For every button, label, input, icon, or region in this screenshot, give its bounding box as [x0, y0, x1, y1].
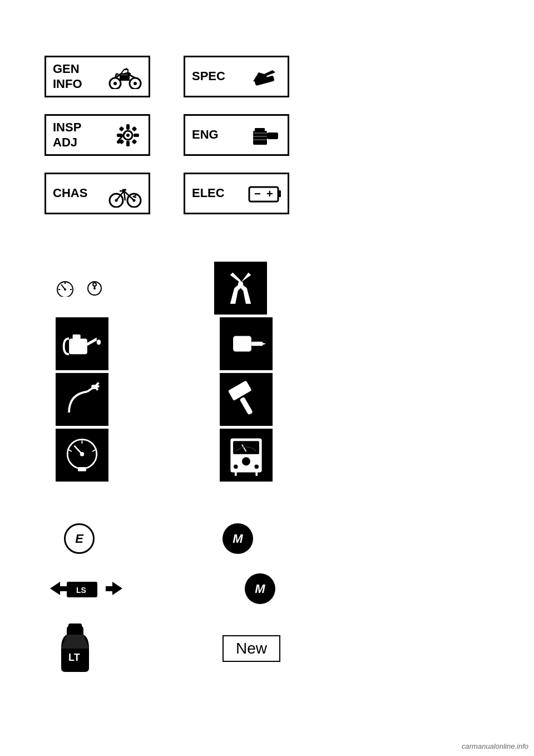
icon-row-2: INSP ADJ: [44, 114, 289, 156]
svg-line-57: [69, 450, 72, 451]
ls-connector: LS: [50, 576, 122, 601]
m-symbol-1: M: [222, 523, 253, 554]
svg-rect-20: [253, 132, 267, 134]
spec-label: SPEC: [192, 69, 225, 84]
svg-marker-72: [106, 582, 122, 595]
svg-rect-11: [134, 134, 139, 137]
symbols-row-3: LT New: [53, 621, 280, 676]
cylinder-icon: [250, 122, 281, 148]
pliers-box: [214, 262, 267, 315]
svg-point-64: [242, 457, 250, 465]
svg-rect-74: [68, 624, 82, 628]
tools-row-4: [56, 429, 273, 482]
oil-can-box: [56, 317, 108, 370]
svg-rect-45: [233, 336, 251, 351]
small-dial-icons: [56, 280, 103, 297]
svg-rect-4: [120, 75, 130, 81]
insp-adj-box: INSP ADJ: [44, 114, 150, 156]
m-symbol-2: M: [245, 573, 275, 604]
hose-icon: [61, 379, 103, 420]
multimeter-box: [220, 429, 273, 482]
chas-box: CHAS: [44, 173, 150, 214]
hose-box: [56, 373, 108, 426]
battery-icon: − +: [248, 183, 281, 205]
chas-label: CHAS: [53, 186, 87, 200]
tools-row-2: [56, 317, 273, 370]
svg-rect-46: [251, 342, 263, 346]
wrench-icon: [250, 66, 281, 88]
lt-bottle-icon: LT: [53, 621, 97, 676]
dial-icon-2: [86, 280, 103, 297]
svg-text:LT: LT: [68, 652, 80, 663]
pliers-tool-icon: [220, 267, 261, 309]
svg-marker-69: [50, 582, 67, 595]
svg-marker-47: [263, 343, 266, 345]
motorcycle-icon: [108, 64, 142, 89]
tools-row-3: [56, 373, 273, 426]
hammer-box: [220, 373, 273, 426]
svg-rect-28: [278, 190, 281, 197]
icon-row-1: GEN INFO: [44, 56, 289, 97]
svg-point-44: [97, 340, 101, 345]
svg-rect-52: [228, 380, 252, 401]
svg-point-3: [134, 82, 137, 85]
svg-line-56: [92, 450, 95, 451]
oil-can-icon: [61, 323, 103, 365]
watermark: carmanualonline.info: [462, 742, 528, 750]
svg-point-2: [113, 82, 117, 85]
svg-rect-68: [255, 471, 258, 476]
pressure-gauge-icon: [61, 434, 103, 476]
svg-rect-60: [78, 467, 86, 472]
page-content: GEN INFO: [0, 0, 534, 756]
svg-point-66: [255, 464, 259, 469]
multimeter-icon: [225, 434, 267, 476]
svg-point-65: [234, 464, 238, 469]
svg-rect-51: [91, 385, 97, 389]
svg-rect-19: [267, 132, 278, 139]
symbols-row-1: E M: [64, 523, 253, 554]
svg-text:−: −: [254, 188, 261, 200]
svg-rect-8: [126, 124, 130, 130]
svg-rect-13: [132, 126, 137, 131]
gen-info-label: GEN INFO: [53, 62, 82, 91]
svg-point-40: [93, 287, 96, 289]
svg-point-38: [93, 283, 96, 286]
elec-label: ELEC: [192, 186, 225, 200]
svg-rect-62: [233, 441, 259, 454]
svg-rect-12: [119, 126, 125, 131]
eng-label: ENG: [192, 127, 219, 142]
gauge-box: [56, 429, 108, 482]
screwdriver-box: [220, 317, 273, 370]
hammer-icon: [225, 379, 267, 420]
svg-rect-22: [253, 139, 267, 140]
e-symbol: E: [64, 523, 95, 554]
svg-text:+: +: [266, 188, 273, 200]
screwdriver-icon: [225, 323, 267, 365]
top-icons-section: GEN INFO: [44, 56, 289, 214]
svg-rect-15: [132, 139, 137, 144]
svg-rect-18: [255, 128, 265, 132]
svg-rect-9: [126, 141, 130, 146]
svg-point-16: [117, 140, 120, 144]
eng-box: ENG: [184, 114, 289, 156]
connector-icon: LS: [50, 576, 122, 601]
gear-icon: [114, 121, 142, 149]
new-label: New: [222, 635, 280, 662]
small-icons-row: [56, 262, 267, 315]
elec-box: ELEC − +: [184, 173, 289, 214]
gen-info-box: GEN INFO: [44, 56, 150, 97]
svg-rect-67: [235, 471, 237, 476]
svg-point-36: [64, 288, 66, 291]
svg-rect-27: [249, 187, 278, 202]
icon-row-3: CHAS ELEC: [44, 173, 289, 214]
svg-rect-53: [239, 397, 253, 415]
svg-text:LS: LS: [76, 586, 86, 595]
svg-rect-43: [73, 335, 81, 340]
spec-box: SPEC: [184, 56, 289, 97]
insp-adj-label: INSP ADJ: [53, 120, 81, 150]
svg-point-7: [126, 134, 130, 137]
bicycle-icon: [108, 180, 142, 208]
svg-rect-21: [253, 136, 267, 137]
symbols-row-2: LS M: [50, 573, 275, 604]
svg-point-59: [80, 452, 85, 456]
